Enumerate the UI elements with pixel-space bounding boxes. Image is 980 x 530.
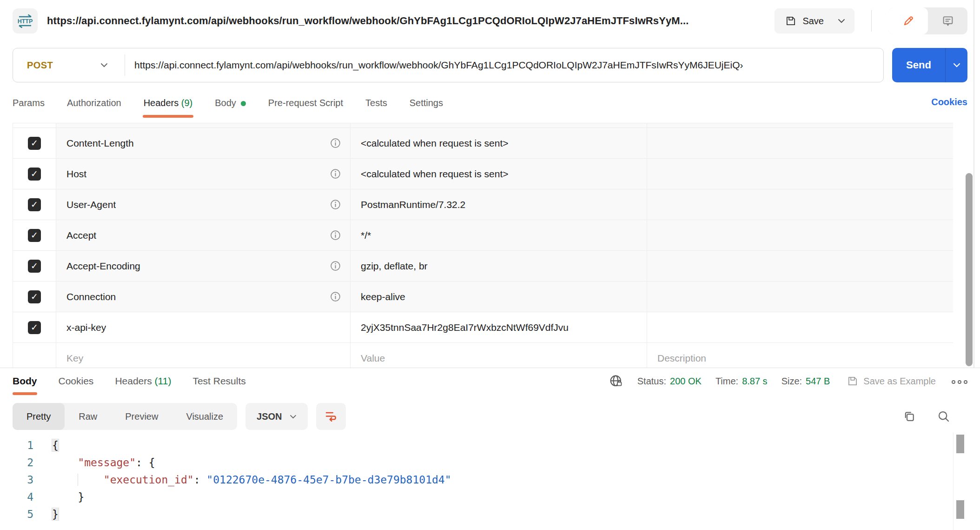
header-key-cell[interactable]: Connection <box>56 282 351 312</box>
wrap-lines-button[interactable] <box>316 403 346 430</box>
method-selector[interactable]: POST <box>13 60 125 71</box>
view-tab-raw[interactable]: Raw <box>65 403 111 430</box>
tab-body[interactable]: Body <box>215 89 246 121</box>
response-tools <box>902 409 951 423</box>
url-builder-row: POST Send <box>0 47 980 83</box>
more-options-icon[interactable] <box>952 378 967 384</box>
value-placeholder: Value <box>361 353 385 364</box>
header-checkbox[interactable]: ✓ <box>28 137 41 150</box>
response-scroll-track <box>953 433 954 530</box>
header-key: Accept <box>66 230 96 241</box>
header-value-cell[interactable]: <calculated when request is sent> <box>351 128 647 158</box>
checkbox-cell: ✓ <box>13 282 56 312</box>
tab-headers[interactable]: Headers (9) <box>144 89 193 121</box>
header-value-cell[interactable]: gzip, deflate, br <box>351 251 647 281</box>
code-token-ws-guide <box>78 474 103 486</box>
header-key-cell[interactable]: Content-Length <box>56 128 351 158</box>
header-checkbox[interactable]: ✓ <box>28 321 41 334</box>
header-key-cell[interactable]: Accept-Encoding <box>56 251 351 281</box>
view-tab-pretty[interactable]: Pretty <box>13 403 65 430</box>
header-checkbox[interactable]: ✓ <box>28 260 41 273</box>
header-description-cell[interactable] <box>647 312 953 342</box>
header-value-cell[interactable]: */* <box>351 220 647 250</box>
code-token-punct: } <box>78 491 84 503</box>
header-checkbox[interactable]: ✓ <box>28 229 41 242</box>
view-tab-preview[interactable]: Preview <box>111 403 172 430</box>
copy-icon[interactable] <box>902 409 916 423</box>
tab-pre-request-script[interactable]: Pre-request Script <box>268 89 343 121</box>
send-options-button[interactable] <box>945 48 967 82</box>
header-value-cell[interactable]: keep-alive <box>351 282 647 312</box>
format-selector[interactable]: JSON <box>245 403 307 430</box>
header-divider <box>871 10 872 32</box>
save-options-button[interactable] <box>828 8 854 34</box>
header-key: Connection <box>66 291 116 302</box>
response-body-json: 1{2 "message": {3 "execution_id": "01226… <box>0 434 980 523</box>
header-checkbox[interactable]: ✓ <box>28 168 41 181</box>
info-icon[interactable] <box>330 230 341 241</box>
header-checkbox[interactable]: ✓ <box>28 290 41 303</box>
header-key-cell[interactable]: x-api-key <box>56 312 351 342</box>
header-value-cell[interactable]: 2yjX35tnnSaa7Hr2g8EaI7rWxbzcNtWf69VdfJvu <box>351 312 647 342</box>
save-as-example-button[interactable]: Save as Example <box>847 375 936 387</box>
header-description-cell[interactable] <box>647 128 953 158</box>
response-tab-body[interactable]: Body <box>13 368 37 396</box>
info-icon[interactable] <box>330 291 341 302</box>
network-globe-icon[interactable] <box>609 374 623 389</box>
header-description-cell[interactable] <box>647 282 953 312</box>
tab-count-badge: (11) <box>152 376 172 386</box>
header-key: Host <box>66 168 86 180</box>
info-icon[interactable] <box>330 138 341 148</box>
line-content: } <box>33 489 84 506</box>
header-key: Content-Length <box>66 138 134 149</box>
code-line: 5} <box>0 506 980 523</box>
url-input[interactable] <box>125 60 883 71</box>
response-scrollbar-thumb[interactable] <box>956 435 964 453</box>
code-token-punct: : { <box>136 456 155 469</box>
pencil-icon <box>902 14 915 27</box>
header-key-cell[interactable]: User-Agent <box>56 189 351 220</box>
response-tab-headers[interactable]: Headers (11) <box>115 368 171 396</box>
response-tab-test-results[interactable]: Test Results <box>192 368 245 396</box>
info-icon[interactable] <box>330 168 341 179</box>
header-key-cell[interactable]: Accept <box>56 220 351 250</box>
tab-params[interactable]: Params <box>13 89 45 121</box>
header-description-cell[interactable] <box>647 159 953 189</box>
save-button-group: Save <box>775 8 854 34</box>
code-token-key: "message" <box>78 456 136 469</box>
header-description-cell[interactable] <box>647 189 953 220</box>
response-time: Time: 8.87 s <box>715 376 768 387</box>
header-value-cell[interactable]: PostmanRuntime/7.32.2 <box>351 189 647 220</box>
header-key-cell[interactable]: Host <box>56 159 351 189</box>
search-icon[interactable] <box>937 409 951 423</box>
chevron-down-icon <box>100 63 108 67</box>
checkbox-cell: ✓ <box>13 128 56 158</box>
send-button[interactable]: Send <box>892 48 967 82</box>
comment-button[interactable] <box>928 7 967 34</box>
save-button[interactable]: Save <box>775 8 828 34</box>
header-description-cell[interactable] <box>647 220 953 250</box>
url-box: POST <box>13 48 884 82</box>
response-scrollbar-marker[interactable] <box>956 500 964 519</box>
info-icon[interactable] <box>330 199 341 210</box>
view-tab-visualize[interactable]: Visualize <box>172 403 237 430</box>
header-description-cell[interactable] <box>647 251 953 281</box>
line-number: 1 <box>0 437 33 454</box>
vertical-scrollbar-thumb[interactable] <box>966 173 973 366</box>
tab-authorization[interactable]: Authorization <box>67 89 121 121</box>
edit-comment-toggle-group <box>888 7 967 34</box>
unsaved-dot-icon <box>241 101 246 106</box>
request-tabs: ParamsAuthorizationHeaders (9)BodyPre-re… <box>0 89 980 123</box>
header-value-cell[interactable]: <calculated when request is sent> <box>351 159 647 189</box>
tab-settings[interactable]: Settings <box>410 89 443 121</box>
response-tab-cookies[interactable]: Cookies <box>59 368 94 396</box>
edit-request-button[interactable] <box>888 7 928 34</box>
cookies-link[interactable]: Cookies <box>931 89 967 107</box>
tab-tests[interactable]: Tests <box>365 89 387 121</box>
line-number: 5 <box>0 506 33 523</box>
code-line: 1{ <box>0 437 980 454</box>
tab-label: Test Results <box>192 376 245 386</box>
header-checkbox[interactable]: ✓ <box>28 198 41 211</box>
info-icon[interactable] <box>330 261 341 271</box>
tab-label: Body <box>215 98 236 108</box>
